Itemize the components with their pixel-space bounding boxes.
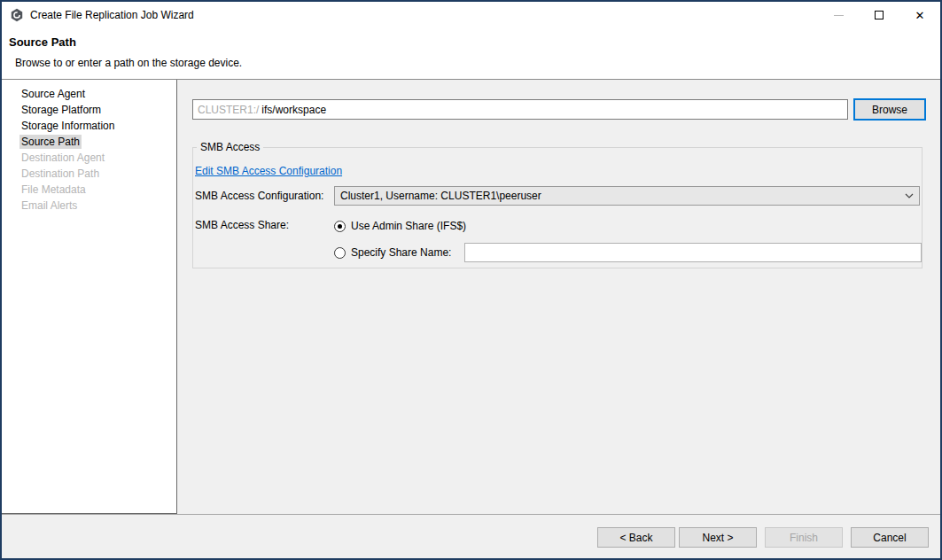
cancel-button[interactable]: Cancel (851, 527, 929, 548)
sidebar-item-storage-information[interactable]: Storage Information (2, 118, 176, 134)
main-content: CLUSTER1:/ ifs/workspace Browse SMB Acce… (177, 80, 940, 514)
minimize-icon (834, 15, 844, 16)
maximize-icon (875, 11, 884, 19)
sidebar-item-email-alerts: Email Alerts (2, 198, 176, 214)
specify-share-name-label: Specify Share Name: (351, 246, 464, 259)
title-bar: Create File Replication Job Wizard ✕ (2, 2, 940, 28)
smb-config-row: SMB Access Configuration: Cluster1, User… (195, 186, 920, 206)
finish-button: Finish (765, 527, 843, 548)
maximize-button[interactable] (859, 2, 899, 28)
window-title: Create File Replication Job Wizard (30, 9, 194, 21)
path-value: ifs/workspace (261, 104, 326, 116)
smb-config-selected-value: Cluster1, Username: CLUSTER1\peeruser (340, 190, 905, 202)
path-row: CLUSTER1:/ ifs/workspace Browse (192, 99, 926, 121)
close-button[interactable]: ✕ (899, 2, 940, 28)
source-path-input[interactable]: CLUSTER1:/ ifs/workspace (192, 99, 848, 120)
smb-group-title: SMB Access (197, 141, 263, 153)
wizard-footer: < Back Next > Finish Cancel (2, 514, 940, 559)
smb-share-options: Use Admin Share (IFS$) Specify Share Nam… (334, 219, 922, 262)
wizard-header: Source Path Browse to or enter a path on… (2, 28, 940, 80)
smb-access-group: SMB Access Edit SMB Access Configuration… (192, 147, 923, 268)
smb-config-label: SMB Access Configuration: (195, 190, 334, 202)
minimize-button[interactable] (818, 2, 859, 28)
smb-share-row: SMB Access Share: Use Admin Share (IFS$)… (195, 219, 920, 262)
sidebar-item-destination-path: Destination Path (2, 166, 176, 182)
path-prefix: CLUSTER1:/ (198, 104, 259, 116)
page-description: Browse to or enter a path on the storage… (15, 57, 940, 69)
window-controls: ✕ (818, 2, 940, 28)
use-admin-share-label: Use Admin Share (IFS$) (351, 220, 466, 232)
sidebar-item-file-metadata: File Metadata (2, 182, 176, 198)
wizard-body: Source Agent Storage Platform Storage In… (2, 80, 940, 514)
browse-button[interactable]: Browse (853, 98, 926, 121)
page-title: Source Path (9, 35, 940, 49)
close-icon: ✕ (915, 10, 925, 21)
wizard-steps-sidebar: Source Agent Storage Platform Storage In… (2, 80, 177, 514)
use-admin-share-radio[interactable]: Use Admin Share (IFS$) (334, 219, 922, 233)
smb-share-label: SMB Access Share: (195, 219, 334, 231)
radio-checked-icon (334, 221, 346, 232)
sidebar-item-source-agent[interactable]: Source Agent (2, 86, 176, 102)
smb-config-dropdown[interactable]: Cluster1, Username: CLUSTER1\peeruser (334, 186, 920, 206)
app-logo-icon (10, 8, 24, 22)
share-name-input[interactable] (464, 243, 922, 262)
radio-unchecked-icon (334, 247, 346, 259)
sidebar-item-storage-platform[interactable]: Storage Platform (2, 102, 176, 118)
chevron-down-icon (905, 193, 914, 198)
edit-smb-access-link[interactable]: Edit SMB Access Configuration (195, 165, 342, 177)
specify-share-name-radio[interactable]: Specify Share Name: (334, 243, 922, 262)
back-button[interactable]: < Back (597, 527, 675, 548)
sidebar-item-destination-agent: Destination Agent (2, 150, 176, 166)
wizard-window: Create File Replication Job Wizard ✕ Sou… (0, 0, 942, 560)
next-button[interactable]: Next > (679, 527, 757, 548)
sidebar-item-source-path[interactable]: Source Path (2, 134, 176, 150)
